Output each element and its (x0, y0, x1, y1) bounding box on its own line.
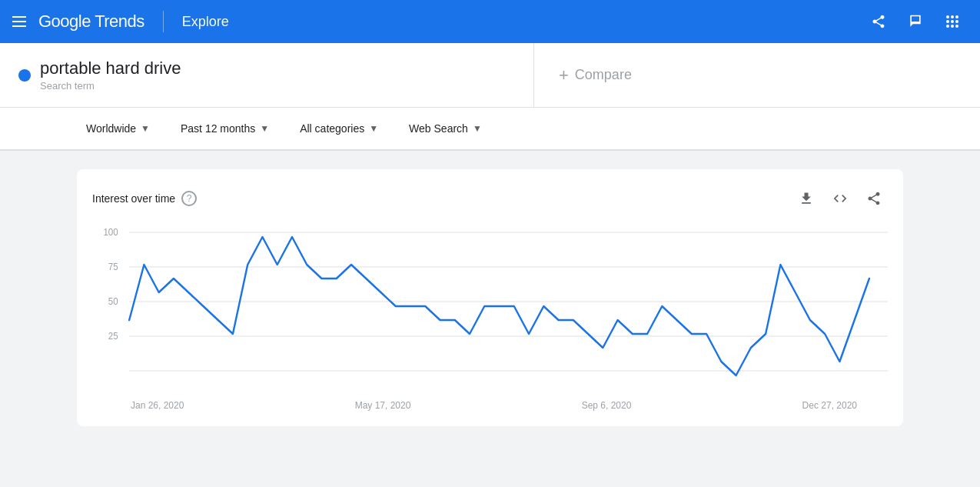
category-label: All categories (300, 122, 364, 135)
filter-bar: Worldwide ▼ Past 12 months ▼ All categor… (0, 108, 980, 151)
compare-plus-icon: + (559, 65, 569, 85)
x-axis-labels: Jan 26, 2020 May 17, 2020 Sep 6, 2020 De… (92, 394, 888, 411)
apps-button[interactable] (937, 6, 968, 37)
time-chevron-icon: ▼ (260, 123, 269, 134)
help-icon[interactable]: ? (181, 191, 197, 206)
search-term-info: portable hard drive Search term (40, 58, 181, 92)
header-icons (863, 6, 968, 37)
search-type-label: Web Search (409, 122, 468, 135)
category-filter[interactable]: All categories ▼ (291, 116, 387, 141)
svg-text:50: 50 (108, 296, 118, 306)
search-term-text: portable hard drive (40, 58, 181, 78)
logo: Google Trends (38, 12, 145, 32)
embed-button[interactable] (826, 185, 854, 212)
header: Google Trends Explore (0, 0, 980, 43)
svg-text:100: 100 (103, 227, 118, 237)
download-button[interactable] (792, 185, 820, 212)
chart-title: Interest over time (92, 192, 175, 205)
chart-header: Interest over time ? (92, 185, 888, 212)
share-button[interactable] (863, 6, 894, 37)
help-label: ? (187, 193, 192, 204)
search-type-label: Search term (40, 80, 181, 92)
x-label-jan: Jan 26, 2020 (131, 400, 184, 411)
worldwide-label: Worldwide (86, 122, 136, 135)
search-term-area[interactable]: portable hard drive Search term (0, 43, 534, 107)
search-area: portable hard drive Search term + Compar… (0, 43, 980, 108)
svg-text:25: 25 (108, 331, 118, 341)
search-type-chevron-icon: ▼ (473, 123, 482, 134)
time-filter[interactable]: Past 12 months ▼ (171, 116, 278, 141)
time-label: Past 12 months (181, 122, 255, 135)
apps-grid-icon (946, 15, 958, 28)
worldwide-filter[interactable]: Worldwide ▼ (77, 116, 159, 141)
explore-label: Explore (182, 14, 229, 30)
search-type-filter[interactable]: Web Search ▼ (400, 116, 491, 141)
chart-container: 100 75 50 25 (92, 225, 888, 394)
share-chart-button[interactable] (860, 185, 888, 212)
x-label-sep: Sep 6, 2020 (582, 400, 632, 411)
main-content: Interest over time ? (0, 151, 980, 439)
menu-icon[interactable] (12, 16, 26, 27)
feedback-button[interactable] (900, 6, 931, 37)
x-label-dec: Dec 27, 2020 (802, 400, 857, 411)
compare-area[interactable]: + Compare (534, 43, 980, 107)
chart-actions (792, 185, 888, 212)
search-term-dot (18, 69, 31, 82)
chart-svg: 100 75 50 25 (92, 225, 888, 394)
header-divider (163, 11, 164, 32)
compare-label: Compare (575, 67, 632, 83)
chart-card: Interest over time ? (77, 169, 903, 426)
chart-title-area: Interest over time ? (92, 191, 197, 206)
svg-text:75: 75 (108, 262, 118, 272)
x-label-may: May 17, 2020 (355, 400, 411, 411)
worldwide-chevron-icon: ▼ (141, 123, 150, 134)
category-chevron-icon: ▼ (369, 123, 378, 134)
